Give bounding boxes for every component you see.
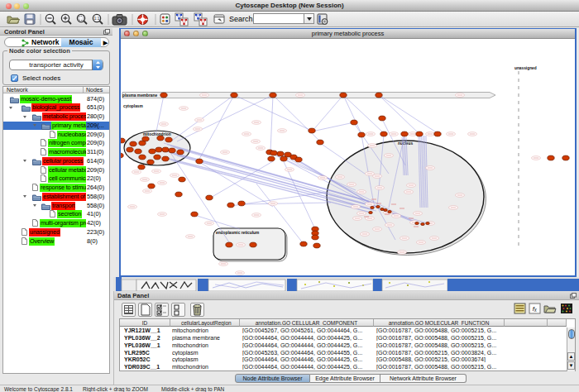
- svg-text:fₓ: fₓ: [533, 305, 537, 313]
- svg-text:unassigned: unassigned: [514, 66, 537, 70]
- svg-text:1:1: 1:1: [94, 16, 100, 21]
- svg-text:cytoplasm: cytoplasm: [123, 104, 143, 108]
- svg-text:mitochondrion: mitochondrion: [143, 132, 171, 136]
- svg-text:endoplasmic reticulum: endoplasmic reticulum: [216, 231, 259, 235]
- svg-text:nucleus: nucleus: [398, 141, 413, 146]
- svg-text:plasma membrane: plasma membrane: [122, 93, 157, 98]
